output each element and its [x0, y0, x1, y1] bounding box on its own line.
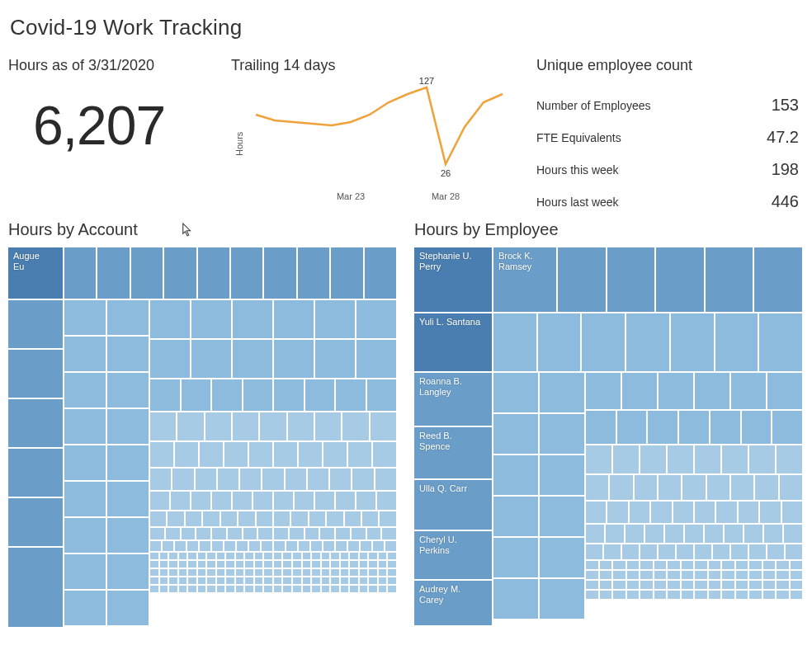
treemap-cell[interactable] [742, 411, 772, 444]
treemap-cell[interactable] [586, 591, 598, 599]
treemap-cell[interactable] [538, 313, 581, 371]
treemap-cell[interactable] [196, 469, 216, 490]
treemap-cell[interactable] [671, 313, 714, 371]
treemap-cell[interactable] [668, 561, 680, 569]
treemap-cell[interactable] [150, 577, 158, 584]
treemap-cell[interactable] [64, 445, 106, 480]
treemap-cell[interactable] [107, 409, 149, 444]
treemap-cell[interactable] [308, 469, 328, 490]
treemap-cell[interactable] [150, 511, 166, 526]
treemap-cell[interactable] [212, 492, 231, 510]
treemap-cell[interactable] [379, 577, 387, 584]
treemap-cell[interactable] [169, 553, 177, 559]
treemap-cell[interactable] [558, 247, 606, 312]
treemap-cell[interactable] [293, 561, 301, 568]
treemap-cell[interactable] [744, 525, 762, 543]
treemap-cell[interactable] [299, 442, 322, 467]
treemap-cell[interactable] [586, 525, 604, 543]
treemap-cell[interactable] [274, 553, 282, 559]
treemap-cell[interactable] [388, 586, 396, 592]
treemap-cell[interactable] [763, 561, 776, 569]
treemap-cell[interactable] [385, 541, 396, 551]
treemap-cell[interactable] [356, 492, 375, 510]
treemap-cell[interactable] [586, 502, 606, 523]
treemap-cell[interactable] [179, 586, 187, 592]
treemap-cell[interactable] [177, 412, 203, 440]
treemap-cell[interactable]: Roanna B. Langley [414, 373, 492, 426]
treemap-cell[interactable] [323, 442, 347, 467]
treemap-cell[interactable] [725, 525, 743, 543]
treemap-cell[interactable] [327, 511, 342, 526]
treemap-cell[interactable] [207, 553, 215, 559]
treemap-cell[interactable] [493, 373, 538, 412]
treemap-cell[interactable] [668, 571, 680, 579]
treemap-cell[interactable] [200, 541, 210, 551]
treemap-cell[interactable] [207, 577, 215, 584]
treemap-cell[interactable] [274, 569, 282, 576]
treemap-cell[interactable] [630, 502, 649, 523]
treemap-cell[interactable] [150, 553, 158, 559]
treemap-cell[interactable] [293, 569, 301, 576]
treemap-cell[interactable] [218, 469, 238, 490]
treemap-cell[interactable] [356, 340, 396, 378]
treemap-cell[interactable] [311, 541, 322, 551]
treemap-cell[interactable] [379, 553, 387, 559]
treemap-cell[interactable] [341, 561, 349, 568]
treemap-cell[interactable] [107, 300, 149, 335]
treemap-cell[interactable] [315, 300, 355, 338]
treemap-cell[interactable] [607, 502, 627, 523]
treemap-cell[interactable] [150, 561, 158, 568]
treemap-cell[interactable] [312, 561, 320, 568]
treemap-cell[interactable] [360, 586, 368, 592]
treemap-cell[interactable] [217, 577, 225, 584]
treemap-cell[interactable] [784, 525, 802, 543]
treemap-cell[interactable] [379, 586, 387, 592]
treemap-cell[interactable] [179, 553, 187, 559]
treemap-cell[interactable] [64, 409, 106, 444]
treemap-cell[interactable] [600, 591, 612, 599]
treemap-cell[interactable] [367, 379, 397, 411]
treemap-cell[interactable] [613, 581, 626, 589]
treemap-cell[interactable] [150, 492, 169, 510]
treemap-cell[interactable] [226, 569, 234, 576]
treemap-cell[interactable] [682, 561, 694, 569]
treemap-cell[interactable] [360, 577, 368, 584]
sparkline-chart[interactable]: 127 26 Mar 23 Mar 28 [248, 78, 512, 210]
treemap-cell[interactable] [791, 571, 803, 579]
treemap-cell[interactable] [763, 581, 776, 589]
treemap-cell[interactable] [274, 561, 282, 568]
treemap-cell[interactable] [8, 548, 63, 627]
treemap-cell[interactable] [736, 571, 748, 579]
treemap-cell[interactable]: Brock K. Ramsey [493, 247, 556, 312]
treemap-cell[interactable] [791, 561, 803, 569]
treemap-cell[interactable] [540, 579, 584, 619]
treemap-cell[interactable] [237, 541, 248, 551]
treemap-cell[interactable] [312, 553, 320, 559]
treemap-cell[interactable] [293, 577, 301, 584]
treemap-cell[interactable] [654, 561, 667, 569]
treemap-cell[interactable] [777, 581, 789, 589]
treemap-cell[interactable]: Cheryl U. Perkins [414, 531, 492, 579]
treemap-cell[interactable] [274, 379, 304, 411]
treemap-cell[interactable] [245, 561, 253, 568]
treemap-cell[interactable] [169, 586, 177, 592]
treemap-cell[interactable]: Ulla Q. Carr [414, 480, 492, 530]
treemap-cell[interactable] [64, 247, 96, 299]
treemap-cell[interactable] [365, 247, 396, 299]
treemap-cell[interactable] [322, 586, 330, 592]
treemap-cell[interactable] [236, 561, 244, 568]
treemap-cell[interactable] [640, 571, 653, 579]
treemap-cell[interactable] [749, 445, 775, 473]
treemap-cell[interactable] [255, 577, 263, 584]
treemap-cell[interactable] [303, 553, 311, 559]
treemap-cell[interactable] [274, 586, 282, 592]
treemap-cell[interactable] [224, 541, 235, 551]
treemap-cell[interactable] [191, 300, 231, 338]
treemap-cell[interactable] [164, 247, 196, 299]
treemap-cell[interactable] [233, 492, 252, 510]
treemap-cell[interactable] [331, 569, 339, 576]
treemap-cell[interactable] [613, 571, 626, 579]
treemap-cell[interactable] [243, 379, 273, 411]
treemap-cell[interactable] [493, 579, 538, 619]
treemap-cell[interactable] [245, 586, 253, 592]
